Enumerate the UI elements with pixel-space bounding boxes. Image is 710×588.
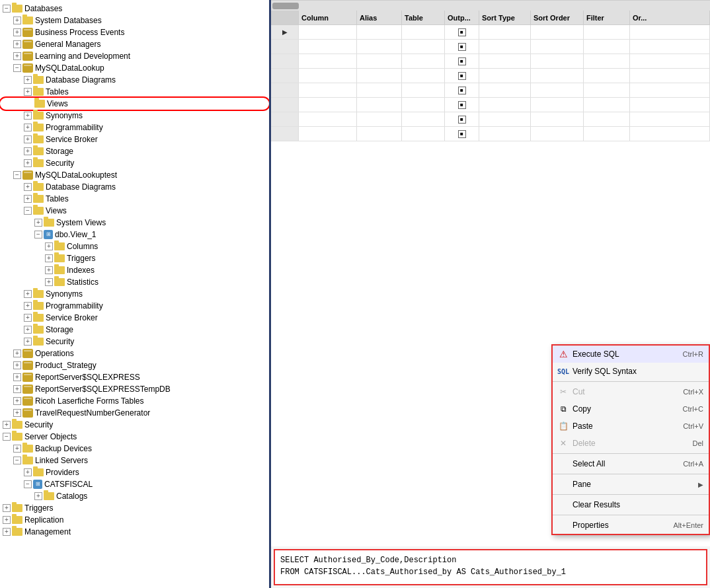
tree-item-triggers[interactable]: +Triggers	[0, 252, 269, 264]
grid-row[interactable]: ■	[271, 40, 710, 54]
alias-cell[interactable]	[357, 69, 402, 83]
expand-icon-storage1[interactable]: +	[24, 147, 32, 155]
tree-item-triggers2[interactable]: +Triggers	[0, 502, 269, 514]
expand-icon-system-dbs[interactable]: +	[13, 17, 21, 24]
alias-cell[interactable]	[357, 98, 402, 112]
menu-item-verify-sql[interactable]: SQLVerify SQL Syntax	[553, 363, 709, 380]
alias-cell[interactable]	[357, 112, 402, 126]
tree-item-programmability[interactable]: +Programmability	[0, 122, 269, 133]
column-cell[interactable]	[299, 98, 357, 112]
column-cell[interactable]	[299, 69, 357, 83]
tree-item-reportserver[interactable]: +ReportServer$SQLEXPRESS	[0, 371, 269, 383]
tree-item-product-strategy[interactable]: +Product_Strategy	[0, 359, 269, 371]
sort-order-cell[interactable]	[531, 98, 584, 112]
alias-cell[interactable]	[357, 54, 402, 68]
output-cell[interactable]: ■	[445, 25, 479, 39]
alias-cell[interactable]	[357, 83, 402, 97]
table-cell[interactable]	[402, 112, 445, 126]
grid-row[interactable]: ■	[271, 69, 710, 83]
filter-cell[interactable]	[584, 25, 630, 39]
expand-icon-mysqldatalookuptest[interactable]: −	[13, 171, 21, 179]
column-cell[interactable]	[299, 112, 357, 126]
or-cell[interactable]	[630, 112, 710, 126]
tree-item-tables[interactable]: +Tables	[0, 86, 269, 98]
expand-icon-columns[interactable]: +	[45, 242, 53, 250]
expand-icon-reportservertemp[interactable]: +	[13, 385, 21, 393]
filter-cell[interactable]	[584, 127, 630, 141]
expand-icon-catalogs[interactable]: +	[34, 492, 42, 500]
table-cell[interactable]	[402, 54, 445, 68]
expand-icon-db-diagrams[interactable]: +	[24, 76, 32, 84]
or-cell[interactable]	[630, 25, 710, 39]
sort-type-cell[interactable]	[479, 98, 531, 112]
output-checkbox[interactable]: ■	[458, 116, 466, 124]
tree-item-columns[interactable]: +Columns	[0, 240, 269, 252]
tree-item-db-diagrams[interactable]: +Database Diagrams	[0, 74, 269, 86]
expand-icon-gen-mgrs[interactable]: +	[13, 40, 21, 48]
table-cell[interactable]	[402, 25, 445, 39]
menu-item-select-all[interactable]: Select AllCtrl+A	[553, 455, 709, 472]
tree-item-catalogs[interactable]: +Catalogs	[0, 490, 269, 502]
column-cell[interactable]	[299, 40, 357, 54]
column-cell[interactable]	[299, 83, 357, 97]
expand-icon-travelrequest[interactable]: +	[13, 409, 21, 417]
expand-icon-views2[interactable]: −	[24, 207, 32, 215]
tree-item-programmability2[interactable]: +Programmability	[0, 300, 269, 312]
or-cell[interactable]	[630, 98, 710, 112]
tree-item-views2[interactable]: −Views	[0, 205, 269, 217]
expand-icon-product-strategy[interactable]: +	[13, 361, 21, 369]
tree-item-svcbroker2[interactable]: +Service Broker	[0, 312, 269, 324]
expand-icon-db-diagrams2[interactable]: +	[24, 183, 32, 191]
horizontal-scrollbar[interactable]	[271, 0, 710, 11]
filter-cell[interactable]	[584, 112, 630, 126]
expand-icon-learn-dev[interactable]: +	[13, 52, 21, 60]
expand-icon-system-views[interactable]: +	[34, 219, 42, 227]
sort-type-cell[interactable]	[479, 69, 531, 83]
tree-item-tables2[interactable]: +Tables	[0, 193, 269, 205]
table-cell[interactable]	[402, 127, 445, 141]
tree-item-db-diagrams2[interactable]: +Database Diagrams	[0, 181, 269, 193]
expand-icon-replication[interactable]: +	[3, 516, 11, 524]
tree-item-synonyms2[interactable]: +Synonyms	[0, 288, 269, 300]
column-cell[interactable]	[299, 54, 357, 68]
filter-cell[interactable]	[584, 83, 630, 97]
tree-item-ricoh[interactable]: +Ricoh Laserfiche Forms Tables	[0, 395, 269, 407]
sort-type-cell[interactable]	[479, 54, 531, 68]
scrollbar-thumb[interactable]	[272, 3, 299, 9]
tree-item-server-objects[interactable]: −Server Objects	[0, 431, 269, 443]
expand-icon-providers[interactable]: +	[24, 468, 32, 476]
expand-icon-tables[interactable]: +	[24, 88, 32, 96]
expand-icon-backup-devices[interactable]: +	[13, 445, 21, 453]
menu-item-properties[interactable]: PropertiesAlt+Enter	[553, 517, 709, 534]
grid-row[interactable]: ■	[271, 83, 710, 98]
tree-item-security1[interactable]: +Security	[0, 157, 269, 169]
expand-icon-linked-servers[interactable]: −	[13, 457, 21, 464]
expand-icon-server-objects[interactable]: −	[3, 433, 11, 441]
tree-item-linked-servers[interactable]: −Linked Servers	[0, 455, 269, 466]
grid-row[interactable]: ■	[271, 54, 710, 69]
alias-cell[interactable]	[357, 127, 402, 141]
table-cell[interactable]	[402, 69, 445, 83]
tree-item-learn-dev[interactable]: +Learning and Development	[0, 50, 269, 62]
sort-type-cell[interactable]	[479, 127, 531, 141]
tree-item-dbo-view1[interactable]: −dbo.View_1	[0, 229, 269, 240]
tree-item-storage2[interactable]: +Storage	[0, 324, 269, 336]
filter-cell[interactable]	[584, 40, 630, 54]
filter-cell[interactable]	[584, 54, 630, 68]
expand-icon-management[interactable]: +	[3, 528, 11, 536]
output-checkbox[interactable]: ■	[458, 28, 466, 36]
output-checkbox[interactable]: ■	[458, 43, 466, 51]
sort-type-cell[interactable]	[479, 40, 531, 54]
grid-row[interactable]: ■	[271, 127, 710, 141]
tree-item-security-top[interactable]: +Security	[0, 419, 269, 431]
tree-item-svcbroker1[interactable]: +Service Broker	[0, 133, 269, 145]
menu-item-execute-sql[interactable]: ⚠Execute SQLCtrl+R	[553, 346, 709, 363]
menu-item-pane[interactable]: Pane▶	[553, 476, 709, 493]
expand-icon-mysqldatalookup[interactable]: −	[13, 64, 21, 72]
grid-row[interactable]: ■	[271, 112, 710, 127]
tree-item-gen-mgrs[interactable]: +General Managers	[0, 38, 269, 50]
tree-item-reportservertemp[interactable]: +ReportServer$SQLEXPRESSTempDB	[0, 383, 269, 395]
tree-item-mysqldatalookup[interactable]: −MySQLDataLookup	[0, 62, 269, 74]
tree-item-operations[interactable]: +Operations	[0, 348, 269, 359]
expand-icon-ricoh[interactable]: +	[13, 397, 21, 405]
